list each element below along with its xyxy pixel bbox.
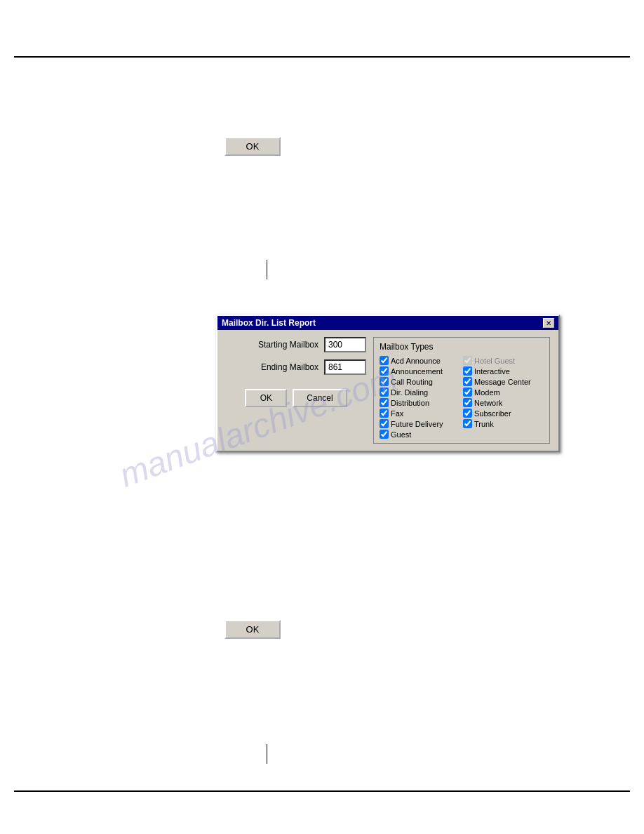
checkbox-dir-dialing[interactable] bbox=[380, 388, 389, 397]
mailbox-types-panel: Mailbox Types Acd Announce Hotel Guest A… bbox=[373, 337, 550, 444]
type-distribution: Distribution bbox=[380, 398, 460, 407]
top-rule bbox=[14, 56, 630, 58]
checkbox-fax[interactable] bbox=[380, 409, 389, 418]
label-network[interactable]: Network bbox=[474, 399, 502, 407]
checkbox-distribution[interactable] bbox=[380, 398, 389, 407]
type-announcement: Announcement bbox=[380, 366, 460, 376]
ok-button-top[interactable]: OK bbox=[224, 137, 281, 156]
starting-mailbox-label: Starting Mailbox bbox=[258, 340, 318, 350]
checkbox-message-center[interactable] bbox=[463, 377, 472, 386]
label-guest[interactable]: Guest bbox=[391, 430, 411, 439]
label-message-center[interactable]: Message Center bbox=[474, 378, 531, 386]
type-message-center: Message Center bbox=[463, 377, 544, 386]
label-call-routing[interactable]: Call Routing bbox=[391, 378, 433, 386]
type-subscriber: Subscriber bbox=[463, 409, 544, 418]
dialog-buttons: OK Cancel bbox=[226, 389, 366, 407]
checkbox-trunk[interactable] bbox=[463, 419, 472, 428]
ok-button-bottom-container: OK bbox=[224, 620, 281, 639]
type-interactive: Interactive bbox=[463, 366, 544, 376]
cursor-line-bottom bbox=[267, 744, 267, 764]
starting-mailbox-input[interactable] bbox=[324, 337, 366, 352]
label-interactive[interactable]: Interactive bbox=[474, 367, 510, 376]
label-future-delivery[interactable]: Future Delivery bbox=[391, 420, 443, 428]
checkbox-future-delivery[interactable] bbox=[380, 419, 389, 428]
starting-mailbox-row: Starting Mailbox bbox=[226, 337, 366, 352]
checkbox-announcement[interactable] bbox=[380, 366, 389, 376]
dialog-title: Mailbox Dir. List Report bbox=[222, 318, 316, 328]
checkbox-interactive[interactable] bbox=[463, 366, 472, 376]
label-acd-announce[interactable]: Acd Announce bbox=[391, 357, 441, 365]
dialog-ok-button[interactable]: OK bbox=[245, 389, 287, 407]
label-dir-dialing[interactable]: Dir. Dialing bbox=[391, 388, 428, 397]
checkbox-acd-announce[interactable] bbox=[380, 356, 389, 365]
mailbox-dir-list-dialog: Mailbox Dir. List Report ✕ Starting Mail… bbox=[216, 315, 560, 452]
dialog-close-button[interactable]: ✕ bbox=[543, 318, 554, 328]
dialog-titlebar: Mailbox Dir. List Report ✕ bbox=[217, 316, 558, 330]
ending-mailbox-row: Ending Mailbox bbox=[226, 359, 366, 375]
type-modem: Modem bbox=[463, 388, 544, 397]
ending-mailbox-input[interactable] bbox=[324, 359, 366, 375]
type-call-routing: Call Routing bbox=[380, 377, 460, 386]
label-fax[interactable]: Fax bbox=[391, 409, 403, 418]
checkbox-call-routing[interactable] bbox=[380, 377, 389, 386]
type-dir-dialing: Dir. Dialing bbox=[380, 388, 460, 397]
type-guest: Guest bbox=[380, 430, 460, 439]
type-future-delivery: Future Delivery bbox=[380, 419, 460, 428]
dialog-cancel-button[interactable]: Cancel bbox=[293, 389, 347, 407]
label-announcement[interactable]: Announcement bbox=[391, 367, 443, 376]
checkbox-hotel-guest[interactable] bbox=[463, 356, 472, 365]
bottom-rule bbox=[14, 790, 630, 792]
label-modem[interactable]: Modem bbox=[474, 388, 500, 397]
type-trunk: Trunk bbox=[463, 419, 544, 428]
label-hotel-guest[interactable]: Hotel Guest bbox=[474, 357, 515, 365]
ok-button-bottom[interactable]: OK bbox=[224, 620, 281, 639]
mailbox-types-grid: Acd Announce Hotel Guest Announcement In… bbox=[380, 356, 544, 439]
dialog-left-panel: Starting Mailbox Ending Mailbox OK Cance… bbox=[226, 337, 366, 444]
checkbox-modem[interactable] bbox=[463, 388, 472, 397]
checkbox-network[interactable] bbox=[463, 398, 472, 407]
label-trunk[interactable]: Trunk bbox=[474, 420, 494, 428]
type-fax: Fax bbox=[380, 409, 460, 418]
checkbox-guest[interactable] bbox=[380, 430, 389, 439]
mailbox-types-title: Mailbox Types bbox=[380, 342, 544, 352]
checkbox-subscriber[interactable] bbox=[463, 409, 472, 418]
ending-mailbox-label: Ending Mailbox bbox=[261, 362, 318, 372]
ok-button-top-container: OK bbox=[224, 137, 281, 156]
label-subscriber[interactable]: Subscriber bbox=[474, 409, 511, 418]
dialog-body: Starting Mailbox Ending Mailbox OK Cance… bbox=[217, 330, 558, 451]
label-distribution[interactable]: Distribution bbox=[391, 399, 429, 407]
type-acd-announce: Acd Announce bbox=[380, 356, 460, 365]
type-hotel-guest: Hotel Guest bbox=[463, 356, 544, 365]
cursor-line-top bbox=[267, 260, 267, 279]
type-network: Network bbox=[463, 398, 544, 407]
